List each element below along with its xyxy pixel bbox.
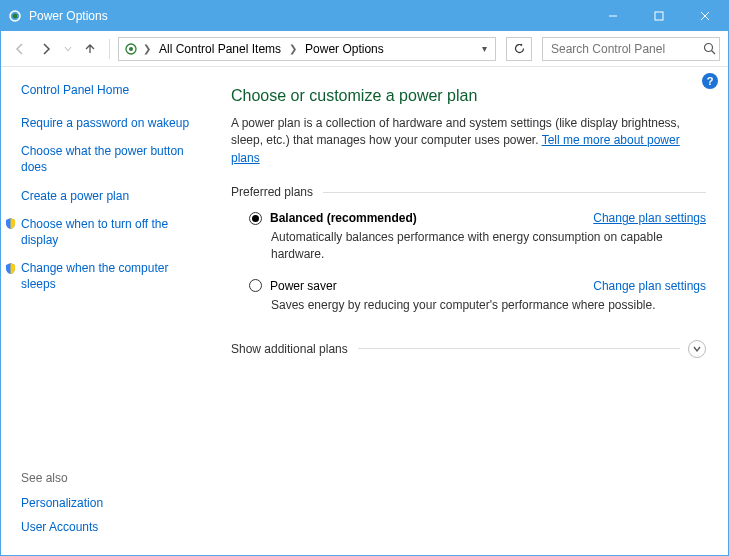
svg-point-8	[705, 44, 713, 52]
close-button[interactable]	[682, 1, 728, 31]
plan-radio-balanced[interactable]	[249, 212, 262, 225]
address-bar[interactable]: ❯ All Control Panel Items ❯ Power Option…	[118, 37, 496, 61]
see-also-label: See also	[21, 471, 201, 485]
svg-line-9	[712, 51, 716, 55]
sidebar-item-label: Change when the computer sleeps	[21, 261, 168, 291]
body: Control Panel Home Require a password on…	[1, 67, 728, 555]
main-content: ? Choose or customize a power plan A pow…	[211, 67, 728, 555]
plan-balanced: Balanced (recommended) Change plan setti…	[231, 207, 706, 275]
divider	[358, 348, 680, 349]
change-plan-settings-link[interactable]: Change plan settings	[593, 211, 706, 225]
plan-name[interactable]: Power saver	[270, 279, 337, 293]
plan-radio-power-saver[interactable]	[249, 279, 262, 292]
plan-power-saver: Power saver Change plan settings Saves e…	[231, 275, 706, 326]
show-additional-label: Show additional plans	[231, 342, 358, 356]
plan-header: Power saver Change plan settings	[249, 279, 706, 293]
recent-dropdown[interactable]	[61, 38, 75, 60]
shield-icon	[3, 217, 17, 231]
help-button[interactable]: ?	[702, 73, 718, 89]
window-buttons	[590, 1, 728, 31]
svg-point-7	[129, 47, 133, 51]
refresh-button[interactable]	[506, 37, 532, 61]
change-plan-settings-link[interactable]: Change plan settings	[593, 279, 706, 293]
window-title: Power Options	[29, 9, 108, 23]
up-button[interactable]	[79, 38, 101, 60]
plan-header: Balanced (recommended) Change plan setti…	[249, 211, 706, 225]
separator	[109, 39, 110, 59]
breadcrumb-all-items[interactable]: All Control Panel Items	[155, 42, 285, 56]
page-heading: Choose or customize a power plan	[231, 87, 706, 105]
plan-description: Saves energy by reducing your computer's…	[249, 293, 669, 314]
maximize-button[interactable]	[636, 1, 682, 31]
preferred-plans-label: Preferred plans	[231, 185, 706, 199]
chevron-right-icon[interactable]: ❯	[287, 43, 299, 54]
see-also-user-accounts[interactable]: User Accounts	[21, 519, 201, 535]
see-also-personalization[interactable]: Personalization	[21, 495, 201, 511]
breadcrumb-power-options[interactable]: Power Options	[301, 42, 388, 56]
search-icon[interactable]	[703, 42, 716, 55]
shield-icon	[3, 261, 17, 275]
sidebar-link-create-plan[interactable]: Create a power plan	[21, 188, 201, 204]
group-title: Preferred plans	[231, 185, 313, 199]
svg-rect-3	[655, 12, 663, 20]
sidebar-link-power-button[interactable]: Choose what the power button does	[21, 143, 201, 175]
minimize-button[interactable]	[590, 1, 636, 31]
sidebar: Control Panel Home Require a password on…	[1, 67, 211, 555]
show-additional-plans[interactable]: Show additional plans	[231, 340, 706, 358]
chevron-right-icon[interactable]: ❯	[141, 43, 153, 54]
sidebar-link-computer-sleeps[interactable]: Change when the computer sleeps	[21, 260, 201, 292]
sidebar-link-turn-off-display[interactable]: Choose when to turn off the display	[21, 216, 201, 248]
sidebar-item-label: Choose when to turn off the display	[21, 217, 168, 247]
titlebar: Power Options	[1, 1, 728, 31]
plan-description: Automatically balances performance with …	[249, 225, 669, 263]
search-box[interactable]	[542, 37, 720, 61]
control-panel-home-link[interactable]: Control Panel Home	[21, 83, 201, 97]
svg-point-1	[13, 14, 18, 19]
chevron-down-icon[interactable]	[688, 340, 706, 358]
power-options-icon	[7, 8, 23, 24]
sidebar-link-require-password[interactable]: Require a password on wakeup	[21, 115, 201, 131]
address-dropdown[interactable]: ▾	[478, 43, 491, 54]
divider	[323, 192, 706, 193]
navbar: ❯ All Control Panel Items ❯ Power Option…	[1, 31, 728, 67]
control-panel-icon	[123, 41, 139, 57]
see-also-section: See also Personalization User Accounts	[21, 471, 201, 545]
plan-name[interactable]: Balanced (recommended)	[270, 211, 417, 225]
page-description: A power plan is a collection of hardware…	[231, 115, 706, 167]
back-button[interactable]	[9, 38, 31, 60]
forward-button[interactable]	[35, 38, 57, 60]
search-input[interactable]	[549, 41, 703, 57]
